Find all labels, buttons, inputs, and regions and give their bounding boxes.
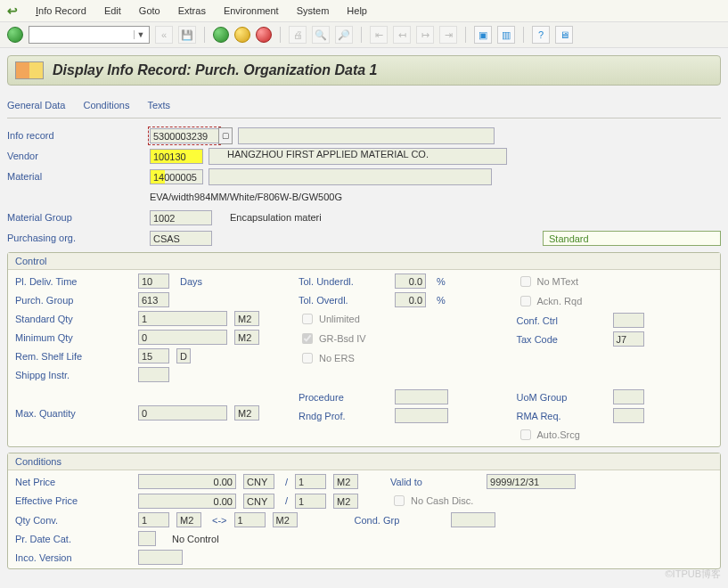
menu-environment[interactable]: Environment [224,5,279,16]
std-qty-uom[interactable]: M2 [234,311,259,326]
first-page-icon[interactable]: ⇤ [370,26,388,44]
days-label: Days [180,276,202,287]
pl-deliv-field[interactable]: 10 [138,274,169,289]
pl-deliv-label: Pl. Deliv. Time [15,276,131,287]
next-page-icon[interactable]: ↦ [416,26,434,44]
material-group-field[interactable]: 1002 [150,210,212,225]
find-icon[interactable]: 🔍 [312,26,330,44]
gr-bsd-iv-checkbox[interactable]: GR-Bsd IV [299,331,366,347]
rma-req-label: RMA Req. [517,411,606,421]
exit-icon[interactable]: ↩ [7,4,18,18]
purch-org-field[interactable]: CSAS [150,231,212,246]
menu-extras[interactable]: Extras [178,5,206,16]
find-next-icon[interactable]: 🔎 [335,26,353,44]
back-icon[interactable]: « [155,26,173,44]
help-icon[interactable]: ? [532,26,550,44]
net-price-uom[interactable]: M2 [333,474,358,489]
min-qty-label: Minimum Qty [15,332,131,343]
inco-version-label: Inco. Version [15,552,131,563]
qty-conv-v2[interactable]: 1 [234,512,266,527]
qty-conv-u2[interactable]: M2 [273,512,298,527]
tol-over-label: Tol. Overdl. [299,295,388,306]
min-qty-uom[interactable]: M2 [234,330,259,345]
conditions-panel-title: Conditions [8,453,720,470]
eff-price-field[interactable]: 0.00 [138,494,236,509]
back-circle-icon[interactable] [213,27,229,43]
cond-grp-label: Cond. Grp [355,515,444,526]
cond-grp-field[interactable] [451,512,495,527]
max-qty-uom[interactable]: M2 [234,405,259,421]
no-cash-disc-checkbox[interactable]: No Cash Disc. [390,493,473,509]
net-price-per[interactable]: 1 [295,474,326,489]
prev-page-icon[interactable]: ↤ [393,26,411,44]
std-qty-label: Standard Qty [15,314,131,324]
conf-ctrl-field[interactable] [613,313,644,328]
material-group-desc: Encapsulation materi [230,212,322,223]
customize-icon[interactable]: 🖥 [555,26,573,44]
app-icon[interactable] [15,61,44,79]
vendor-field[interactable]: 100130 [150,149,203,164]
qty-conv-v1[interactable]: 1 [138,512,169,527]
rma-req-field[interactable] [613,408,644,423]
conditions-panel: Conditions Net Price 0.00 CNY / 1 M2 Val… [7,453,721,569]
inco-version-field[interactable] [138,550,183,565]
pr-date-cat-field[interactable] [138,531,156,546]
tol-over-field[interactable]: 0.0 [395,292,426,307]
max-qty-field[interactable]: 0 [138,405,227,421]
min-qty-field[interactable]: 0 [138,330,227,345]
exit-circle-icon[interactable] [234,27,250,43]
app-toolbar: General Data Conditions Texts [7,93,721,118]
menu-help[interactable]: Help [347,5,367,16]
no-ers-checkbox[interactable]: No ERS [299,350,355,366]
net-price-label: Net Price [15,477,131,487]
qty-conv-label: Qty Conv. [15,515,131,526]
eff-price-uom[interactable]: M2 [333,494,358,509]
rem-shelf-unit[interactable]: D [176,348,191,363]
unlimited-checkbox[interactable]: Unlimited [299,311,360,327]
material-group-label: Material Group [7,212,150,223]
rem-shelf-field[interactable]: 15 [138,348,169,363]
shippg-field[interactable] [138,367,169,382]
tab-conditions[interactable]: Conditions [83,100,129,110]
info-record-f4-icon[interactable]: ▢ [218,127,233,144]
tol-under-field[interactable]: 0.0 [395,274,426,289]
layout-icon[interactable]: ▥ [497,26,515,44]
procedure-field[interactable] [395,389,448,404]
tax-code-label: Tax Code [517,334,606,345]
eff-price-curr[interactable]: CNY [243,494,274,509]
control-panel-title: Control [8,253,720,270]
qty-conv-u1[interactable]: M2 [176,512,201,527]
save-icon[interactable]: 💾 [178,26,196,44]
no-mtext-checkbox[interactable]: No MText [517,274,578,290]
menu-system[interactable]: System [297,5,330,16]
material-field[interactable]: 14000005 [150,169,203,184]
rndg-prof-field[interactable] [395,408,448,423]
last-page-icon[interactable]: ⇥ [439,26,457,44]
purch-group-field[interactable]: 613 [138,292,169,307]
std-qty-field[interactable]: 1 [138,311,227,326]
tab-texts[interactable]: Texts [147,100,170,110]
tab-general-data[interactable]: General Data [7,100,65,110]
eff-price-label: Effective Price [15,495,131,506]
print-icon[interactable]: 🖨 [289,26,307,44]
auto-srcg-checkbox[interactable]: Auto.Srcg [517,427,580,443]
menu-goto[interactable]: Goto [139,5,160,16]
menubar: ↩ Info Record Edit Goto Extras Environme… [0,0,728,22]
uom-group-field[interactable] [613,389,644,404]
net-price-field[interactable]: 0.00 [138,474,236,489]
menu-info-record[interactable]: Info Record [36,5,86,16]
valid-to-field[interactable]: 9999/12/31 [487,474,576,489]
new-session-icon[interactable]: ▣ [474,26,492,44]
eff-price-per[interactable]: 1 [295,494,326,509]
tax-code-field[interactable]: J7 [613,331,644,347]
max-qty-label: Max. Quantity [15,408,131,419]
menu-edit[interactable]: Edit [104,5,121,16]
toolbar: ▼ « 💾 🖨 🔍 🔎 ⇤ ↤ ↦ ⇥ ▣ ▥ ? 🖥 [0,22,728,48]
vendor-name: HANGZHOU FIRST APPLIED MATERIAL CO. [209,148,507,165]
ackn-rqd-checkbox[interactable]: Ackn. Rqd [517,293,583,309]
command-field[interactable]: ▼ [29,26,150,44]
info-record-field[interactable]: 5300003239 [150,128,219,143]
net-price-curr[interactable]: CNY [243,474,274,489]
enter-icon[interactable] [7,27,23,43]
cancel-circle-icon[interactable] [256,27,272,43]
